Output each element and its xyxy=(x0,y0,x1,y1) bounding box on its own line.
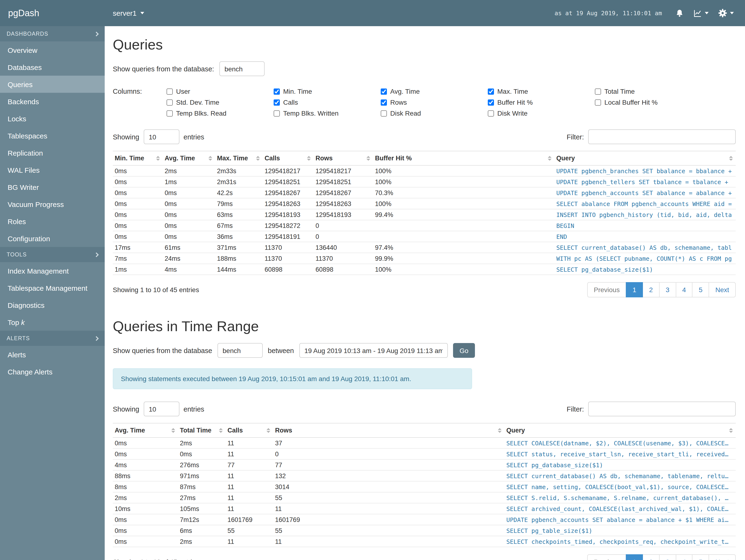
sidebar-item[interactable]: Change Alerts xyxy=(0,363,105,380)
column-checkbox[interactable] xyxy=(273,88,280,94)
column-option[interactable]: Temp Blks. Written xyxy=(273,109,381,117)
sidebar-item[interactable]: Locks xyxy=(0,110,105,127)
column-option[interactable]: Disk Read xyxy=(381,109,488,117)
sidebar-item[interactable]: Replication xyxy=(0,144,105,161)
column-option[interactable]: Std. Dev. Time xyxy=(167,98,273,106)
column-checkbox[interactable] xyxy=(488,110,494,116)
query-link[interactable]: SELECT COALESCE(datname, $2), COALESCE(u… xyxy=(506,439,732,447)
column-header[interactable]: Avg. Time xyxy=(163,151,215,165)
pagination-page[interactable]: 1 xyxy=(626,282,643,297)
pagination-next[interactable]: Next xyxy=(709,554,736,560)
query-link[interactable]: SELECT name, setting, COALESCE(boot_val,… xyxy=(506,483,732,490)
query-link[interactable]: SELECT current_database() AS db, scheman… xyxy=(556,244,732,251)
column-checkbox[interactable] xyxy=(488,99,494,105)
column-header[interactable]: Max. Time xyxy=(215,151,263,165)
query-link[interactable]: SELECT archived_count, COALESCE(last_arc… xyxy=(506,505,732,512)
column-option[interactable]: Rows xyxy=(381,98,488,106)
pagination-page[interactable]: 5 xyxy=(692,282,709,297)
sidebar-item[interactable]: BG Writer xyxy=(0,178,105,196)
entries-count-input-2[interactable] xyxy=(143,401,179,416)
sidebar-item[interactable]: Configuration xyxy=(0,230,105,247)
query-link[interactable]: WITH pc AS (SELECT pubname, COUNT(*) AS … xyxy=(556,255,732,262)
sidebar-item[interactable]: Backends xyxy=(0,93,105,110)
column-option[interactable]: Total Time xyxy=(595,88,702,95)
query-link[interactable]: SELECT pg_database_size($1) xyxy=(556,266,732,273)
column-header[interactable]: Avg. Time xyxy=(113,423,178,437)
column-checkbox[interactable] xyxy=(381,110,387,116)
sidebar-item[interactable]: Queries xyxy=(0,76,105,93)
column-checkbox[interactable] xyxy=(488,88,494,94)
database-input[interactable] xyxy=(219,61,265,76)
query-link[interactable]: SELECT checkpoints_timed, checkpoints_re… xyxy=(506,538,732,545)
settings-menu-button[interactable] xyxy=(718,8,734,18)
column-option[interactable]: Local Buffer Hit % xyxy=(595,98,702,106)
column-checkbox[interactable] xyxy=(273,99,280,105)
app-logo[interactable]: pgDash xyxy=(0,8,105,18)
column-header[interactable]: Query xyxy=(554,151,736,165)
sidebar-item[interactable]: Diagnostics xyxy=(0,296,105,314)
query-link[interactable]: UPDATE pgbench_tellers SET tbalance = tb… xyxy=(556,178,732,185)
sidebar-item[interactable]: Tablespace Management xyxy=(0,279,105,296)
column-option[interactable]: Avg. Time xyxy=(381,88,488,95)
column-checkbox[interactable] xyxy=(595,88,601,94)
column-header[interactable]: Rows xyxy=(273,423,505,437)
notifications-button[interactable] xyxy=(675,9,684,18)
entries-count-input[interactable] xyxy=(143,129,179,144)
pagination-previous[interactable]: Previous xyxy=(587,554,626,560)
query-link[interactable]: UPDATE pgbench_accounts SET abalance = a… xyxy=(506,516,732,523)
column-header[interactable]: Rows xyxy=(314,151,373,165)
pagination-page[interactable]: 2 xyxy=(643,554,659,560)
sidebar-item[interactable]: WAL Files xyxy=(0,161,105,178)
column-option[interactable]: Temp Blks. Read xyxy=(167,109,273,117)
column-header[interactable]: Buffer Hit % xyxy=(373,151,554,165)
charts-menu-button[interactable] xyxy=(693,9,709,18)
column-option[interactable]: Max. Time xyxy=(488,88,595,95)
query-link[interactable]: SELECT abalance FROM pgbench_accounts WH… xyxy=(556,200,732,207)
column-header[interactable]: Query xyxy=(505,423,736,437)
filter-input-2[interactable] xyxy=(588,401,736,416)
column-header[interactable]: Total Time xyxy=(178,423,226,437)
query-link[interactable]: UPDATE pgbench_accounts SET abalance = a… xyxy=(556,189,732,196)
query-link[interactable]: SELECT pg_table_size($1) xyxy=(506,527,732,534)
sidebar-item[interactable]: Roles xyxy=(0,213,105,230)
sidebar-item[interactable]: Databases xyxy=(0,59,105,76)
sidebar-item[interactable]: Vacuum Progress xyxy=(0,196,105,213)
column-option[interactable]: User xyxy=(167,88,273,95)
pagination-page[interactable]: 2 xyxy=(643,282,659,297)
sidebar-item[interactable]: Top k xyxy=(0,314,105,331)
column-header[interactable]: Min. Time xyxy=(113,151,163,165)
column-checkbox[interactable] xyxy=(167,88,173,94)
sidebar-item[interactable]: Index Management xyxy=(0,262,105,279)
query-link[interactable]: SELECT status, receive_start_lsn, receiv… xyxy=(506,450,732,458)
database-input-2[interactable] xyxy=(218,343,263,358)
filter-input[interactable] xyxy=(588,129,736,144)
pagination-page[interactable]: 4 xyxy=(676,554,693,560)
sidebar-section-alerts[interactable]: ALERTS xyxy=(0,331,105,346)
sidebar-item[interactable]: Overview xyxy=(0,41,105,59)
pagination-page[interactable]: 3 xyxy=(659,554,676,560)
column-option[interactable]: Buffer Hit % xyxy=(488,98,595,106)
query-link[interactable]: SELECT S.relid, S.schemaname, S.relname,… xyxy=(506,494,732,501)
go-button[interactable]: Go xyxy=(453,343,475,358)
column-checkbox[interactable] xyxy=(381,99,387,105)
query-link[interactable]: BEGIN xyxy=(556,222,732,229)
sidebar-section-tools[interactable]: TOOLS xyxy=(0,247,105,262)
sidebar-item[interactable]: Alerts xyxy=(0,346,105,363)
pagination-previous[interactable]: Previous xyxy=(587,282,626,297)
column-checkbox[interactable] xyxy=(273,110,280,116)
column-checkbox[interactable] xyxy=(595,99,601,105)
column-option[interactable]: Calls xyxy=(273,98,381,106)
pagination-page[interactable]: 5 xyxy=(692,554,709,560)
column-checkbox[interactable] xyxy=(167,110,173,116)
column-checkbox[interactable] xyxy=(381,88,387,94)
query-link[interactable]: END xyxy=(556,233,732,240)
column-header[interactable]: Calls xyxy=(226,423,273,437)
column-checkbox[interactable] xyxy=(167,99,173,105)
column-option[interactable]: Min. Time xyxy=(273,88,381,95)
query-link[interactable]: SELECT pg_database_size($1) xyxy=(506,461,732,468)
sidebar-section-dashboards[interactable]: DASHBOARDS xyxy=(0,26,105,41)
pagination-page[interactable]: 4 xyxy=(676,282,693,297)
time-range-input[interactable] xyxy=(299,343,448,358)
pagination-page[interactable]: 3 xyxy=(659,282,676,297)
server-selector[interactable]: server1 xyxy=(105,9,144,17)
